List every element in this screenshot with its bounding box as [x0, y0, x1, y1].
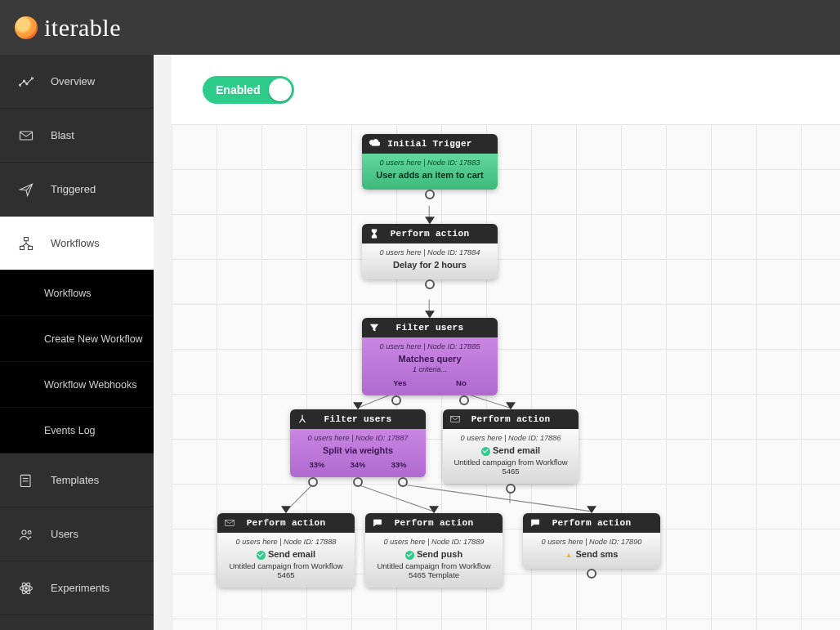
sidebar-sub-create-workflow[interactable]: Create New Workflow	[0, 316, 154, 362]
node-criteria: 1 criteria...	[369, 365, 491, 373]
toggle-knob	[269, 78, 292, 101]
node-meta: 0 users here | Node ID: 17887	[297, 434, 419, 442]
node-port-w2[interactable]	[353, 477, 363, 487]
svg-rect-7	[20, 246, 25, 249]
node-header-label: Perform action	[247, 518, 326, 528]
sidebar-item-experiments[interactable]: Experiments	[0, 561, 154, 615]
node-port-in[interactable]	[281, 506, 291, 513]
node-delay[interactable]: Perform action 0 users here | Node ID: 1…	[362, 224, 498, 279]
sidebar-item-workflows[interactable]: Workflows	[0, 217, 154, 270]
svg-rect-8	[29, 246, 33, 249]
sidebar-item-users[interactable]: Users	[0, 507, 154, 561]
node-body: 0 users here | Node ID: 17888 Send email…	[217, 533, 355, 588]
node-body: 0 users here | Node ID: 17886 Send email…	[443, 429, 579, 484]
branch-w2-label: 34%	[350, 460, 365, 469]
node-port-out[interactable]	[425, 190, 435, 199]
node-title: Delay for 2 hours	[369, 260, 491, 270]
sidebar-item-blast[interactable]: Blast	[0, 109, 154, 163]
node-port-in[interactable]	[425, 217, 435, 224]
sidebar-item-overview[interactable]: Overview	[0, 55, 154, 109]
envelope-icon	[18, 127, 34, 144]
node-header-label: Perform action	[391, 229, 470, 239]
node-title: User adds an item to cart	[369, 170, 491, 180]
node-title: Send email	[224, 549, 348, 560]
main: Overview Blast Triggered Workflows Workf…	[0, 55, 840, 630]
svg-rect-30	[226, 521, 235, 526]
node-header: Perform action	[443, 409, 579, 429]
node-port-in[interactable]	[429, 506, 439, 513]
node-title: Split via weights	[297, 445, 419, 455]
node-header: Perform action	[217, 513, 355, 533]
sidebar-item-triggered[interactable]: Triggered	[0, 163, 154, 217]
node-body: 0 users here | Node ID: 17890 ▲Send sms	[523, 533, 660, 569]
node-title: Matches query	[369, 354, 491, 364]
node-port-out[interactable]	[587, 569, 596, 579]
node-port-out[interactable]	[506, 484, 516, 494]
node-header-label: Initial Trigger	[387, 139, 472, 149]
toggle-label: Enabled	[216, 83, 260, 96]
svg-point-0	[19, 84, 20, 86]
logo-text: iterable	[44, 14, 121, 42]
node-meta: 0 users here | Node ID: 17883	[369, 159, 491, 167]
svg-point-3	[31, 77, 33, 78]
sidebar-sub-workflow-webhooks[interactable]: Workflow Webhooks	[0, 362, 154, 408]
sidebar-item-templates[interactable]: Templates	[0, 454, 154, 507]
node-send-push[interactable]: Perform action 0 users here | Node ID: 1…	[365, 513, 503, 588]
check-icon	[405, 551, 414, 560]
sidebar-item-label: Events Log	[44, 425, 96, 436]
check-icon	[481, 447, 490, 456]
templates-icon	[18, 472, 34, 489]
sidebar-item-label: Workflow Webhooks	[44, 379, 136, 391]
branch-yes-label: Yes	[393, 378, 406, 387]
node-send-email-yes[interactable]: Perform action 0 users here | Node ID: 1…	[217, 513, 355, 588]
node-body: 0 users here | Node ID: 17884 Delay for …	[362, 244, 498, 279]
svg-line-26	[357, 485, 433, 512]
node-port-no[interactable]	[459, 395, 469, 405]
sidebar-item-label: Workflows	[44, 288, 91, 299]
atom-icon	[18, 580, 34, 596]
node-header-label: Filter users	[324, 414, 392, 424]
canvas-area: Enabled Initial Trigger	[154, 55, 840, 630]
sidebar-sub-workflows[interactable]: Workflows	[0, 270, 154, 316]
node-title: Send email	[449, 445, 572, 456]
node-port-in[interactable]	[425, 311, 435, 318]
node-port-in[interactable]	[587, 506, 596, 513]
sidebar-item-label: Create New Workflow	[44, 333, 143, 345]
node-meta: 0 users here | Node ID: 17885	[369, 342, 491, 351]
node-body: 0 users here | Node ID: 17883 User adds …	[362, 154, 498, 190]
node-send-sms[interactable]: Perform action 0 users here | Node ID: 1…	[523, 513, 660, 569]
node-meta: 0 users here | Node ID: 17886	[449, 434, 572, 442]
node-port-yes[interactable]	[391, 395, 401, 405]
svg-rect-6	[25, 237, 29, 240]
node-title: Send push	[372, 549, 496, 560]
node-filter-query[interactable]: Filter users 0 users here | Node ID: 178…	[362, 318, 498, 395]
chat-bubble-icon	[529, 517, 541, 529]
node-header-label: Perform action	[395, 518, 474, 528]
node-split-weights[interactable]: Filter users 0 users here | Node ID: 178…	[290, 409, 426, 477]
node-port-in[interactable]	[353, 402, 363, 409]
node-header-label: Perform action	[471, 414, 551, 424]
check-icon	[257, 551, 266, 560]
node-port-in[interactable]	[506, 402, 516, 409]
node-meta: 0 users here | Node ID: 17884	[369, 248, 491, 257]
node-header: Filter users	[362, 318, 498, 337]
node-body: 0 users here | Node ID: 17887 Split via …	[290, 429, 426, 477]
sidebar-item-label: Templates	[51, 474, 99, 486]
workflow-canvas[interactable]: Initial Trigger 0 users here | Node ID: …	[172, 124, 840, 630]
split-icon	[297, 413, 308, 425]
canvas-toolbar: Enabled	[172, 55, 840, 124]
sidebar: Overview Blast Triggered Workflows Workf…	[0, 55, 154, 630]
node-initial-trigger[interactable]: Initial Trigger 0 users here | Node ID: …	[362, 134, 498, 190]
node-port-out[interactable]	[425, 279, 435, 289]
sidebar-item-label: Workflows	[51, 237, 100, 249]
node-send-email-no[interactable]: Perform action 0 users here | Node ID: 1…	[443, 409, 579, 484]
sidebar-sub-events-log[interactable]: Events Log	[0, 408, 154, 454]
node-sub: Untitled campaign from Workflow 5465	[449, 458, 572, 476]
svg-rect-29	[451, 417, 460, 422]
node-port-w3[interactable]	[398, 477, 408, 487]
chart-line-icon	[18, 74, 34, 90]
workflow-enabled-toggle[interactable]: Enabled	[203, 76, 294, 104]
node-port-w1[interactable]	[308, 477, 318, 487]
branch-no-label: No	[456, 378, 467, 387]
chat-bubble-icon	[372, 517, 383, 529]
